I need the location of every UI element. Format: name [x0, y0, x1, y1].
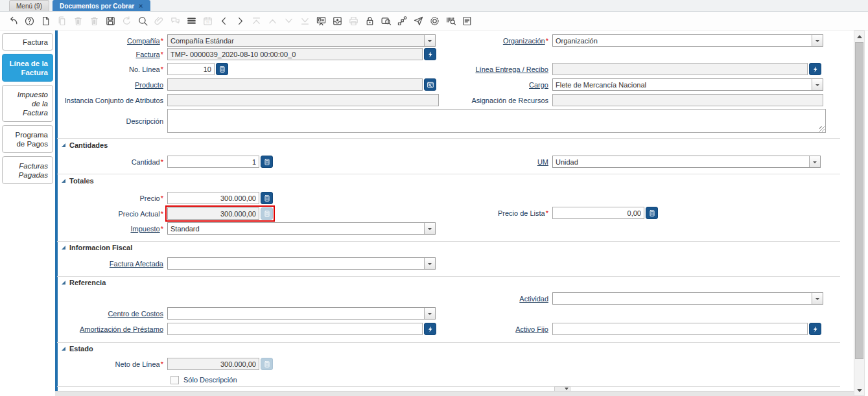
no-linea-input[interactable] [167, 63, 215, 75]
product-info-icon[interactable] [443, 13, 459, 29]
um-label[interactable]: UM [442, 158, 548, 166]
collapse-triangle-icon[interactable] [62, 281, 65, 285]
help-icon[interactable] [21, 13, 38, 29]
scrollbar-thumb[interactable] [855, 42, 863, 359]
calendar-icon [200, 13, 216, 29]
cargo-dropdown-icon[interactable] [812, 79, 823, 90]
compania-dropdown-icon[interactable] [424, 35, 435, 46]
amortizacion-input[interactable] [167, 323, 423, 335]
amortizacion-label[interactable]: Amortización de Préstamo [57, 325, 163, 333]
activo-fijo-input[interactable] [552, 323, 808, 335]
toggle-grid-icon[interactable] [183, 13, 200, 29]
last-record-icon [297, 13, 313, 29]
sidebar-tab-facturas-pagadas[interactable]: Facturas Pagadas [2, 156, 53, 184]
zoom-across-icon[interactable] [378, 13, 394, 29]
detail-panel-icon[interactable] [313, 13, 329, 29]
collapse-triangle-icon[interactable] [62, 347, 65, 351]
vertical-scrollbar[interactable] [854, 30, 865, 396]
scroll-up-icon[interactable] [854, 32, 864, 41]
cantidad-input[interactable] [167, 156, 259, 168]
factura-afectada-dropdown-icon[interactable] [424, 258, 435, 269]
workflow-icon[interactable] [394, 13, 410, 29]
find-icon[interactable] [135, 13, 151, 29]
compania-combobox[interactable] [167, 34, 436, 47]
collapse-triangle-icon[interactable] [62, 179, 65, 183]
save-icon[interactable] [102, 13, 119, 29]
cargo-input[interactable] [553, 79, 812, 90]
impuesto-combobox[interactable] [167, 222, 436, 235]
section-header-cantidades[interactable]: Cantidades [62, 141, 108, 149]
sidebar-tab-impuesto-de-la-factura[interactable]: Impuesto de la Factura [2, 85, 53, 122]
factura-input[interactable] [167, 48, 423, 60]
section-header-estado[interactable]: Estado [62, 344, 93, 353]
cantidad-calculator-button[interactable] [261, 156, 273, 168]
linea-entrega-input[interactable] [552, 63, 808, 75]
section-header-informacion-fiscal[interactable]: Informacion Fiscal [62, 243, 132, 251]
precio-calculator-button[interactable] [261, 192, 273, 204]
precio-lista-input[interactable] [552, 207, 644, 219]
solo-descripcion-checkbox[interactable] [170, 376, 179, 384]
tab-menu[interactable]: Menú (9) [9, 0, 49, 11]
precio-input[interactable] [167, 192, 259, 204]
activo-fijo-label[interactable]: Activo Fijo [442, 325, 548, 333]
new-record-icon[interactable] [38, 13, 54, 29]
impuesto-dropdown-icon[interactable] [424, 223, 435, 234]
factura-afectada-label[interactable]: Factura Afectada [57, 260, 163, 268]
preferences-icon[interactable] [427, 13, 443, 29]
sidebar-tab-programa-de-pagos[interactable]: Programa de Pagos [2, 125, 53, 153]
close-tab-icon[interactable]: × [139, 2, 143, 10]
no-linea-calculator-button[interactable] [216, 63, 228, 75]
factura-afectada-input[interactable] [168, 258, 424, 269]
linea-entrega-label[interactable]: Línea Entrega / Recibo [442, 65, 548, 73]
collapse-triangle-icon[interactable] [62, 246, 65, 250]
producto-label[interactable]: Producto [57, 81, 163, 89]
tab-documentos-por-cobrar[interactable]: Documentos por Cobrar× [53, 0, 150, 11]
linea-entrega-record-zoom-button[interactable] [809, 63, 821, 75]
cargo-combobox[interactable] [552, 78, 823, 91]
precio-lista-calculator-button[interactable] [646, 207, 658, 219]
factura-record-zoom-button[interactable] [424, 48, 436, 60]
organizacion-label[interactable]: Organización* [442, 37, 548, 45]
organizacion-input[interactable] [553, 35, 812, 46]
request-icon[interactable] [410, 13, 427, 29]
activo-fijo-record-zoom-button[interactable] [809, 323, 821, 335]
section-header-referencia[interactable]: Referencia [62, 278, 106, 286]
centro-costos-input[interactable] [168, 308, 424, 319]
sidebar-tab-factura[interactable]: Factura [2, 33, 53, 51]
section-header-totales[interactable]: Totales [62, 176, 94, 185]
compania-label[interactable]: Compañía* [57, 37, 163, 45]
actividad-label[interactable]: Actividad [442, 295, 548, 303]
sidebar-tab-linea-de-la-factura[interactable]: Línea de la Factura [2, 54, 53, 82]
factura-afectada-combobox[interactable] [167, 257, 436, 270]
producto-input[interactable] [167, 78, 423, 91]
um-dropdown-icon[interactable] [809, 156, 820, 167]
actividad-dropdown-icon[interactable] [812, 293, 823, 304]
centro-costos-dropdown-icon[interactable] [424, 308, 435, 319]
prev-record-icon[interactable] [216, 13, 232, 29]
actividad-combobox[interactable] [552, 292, 823, 305]
factura-label[interactable]: Factura* [57, 51, 163, 58]
um-input[interactable] [553, 156, 809, 167]
next-record-icon[interactable] [232, 13, 248, 29]
report-icon[interactable] [459, 13, 475, 29]
centro-costos-combobox[interactable] [167, 307, 436, 320]
centro-costos-label[interactable]: Centro de Costos [57, 310, 163, 318]
scroll-down-icon[interactable] [854, 386, 864, 395]
organizacion-dropdown-icon[interactable] [812, 35, 823, 46]
collapse-triangle-icon[interactable] [62, 143, 65, 147]
organizacion-combobox[interactable] [552, 34, 823, 47]
um-combobox[interactable] [552, 156, 821, 168]
impuesto-label[interactable]: Impuesto* [57, 225, 163, 233]
compania-input[interactable] [168, 35, 424, 46]
undo-icon[interactable] [5, 13, 21, 29]
producto-search-button[interactable] [424, 78, 436, 91]
amortizacion-record-zoom-button[interactable] [424, 323, 436, 335]
cargo-label[interactable]: Cargo [442, 81, 548, 89]
bottom-splitter-bar[interactable] [55, 391, 855, 396]
archive-icon[interactable] [329, 13, 346, 29]
actividad-input[interactable] [553, 293, 812, 304]
textarea-resize-grip[interactable] [819, 126, 825, 132]
impuesto-input[interactable] [168, 223, 424, 234]
descripcion-textarea[interactable] [167, 109, 826, 133]
lock-icon[interactable] [362, 13, 378, 29]
